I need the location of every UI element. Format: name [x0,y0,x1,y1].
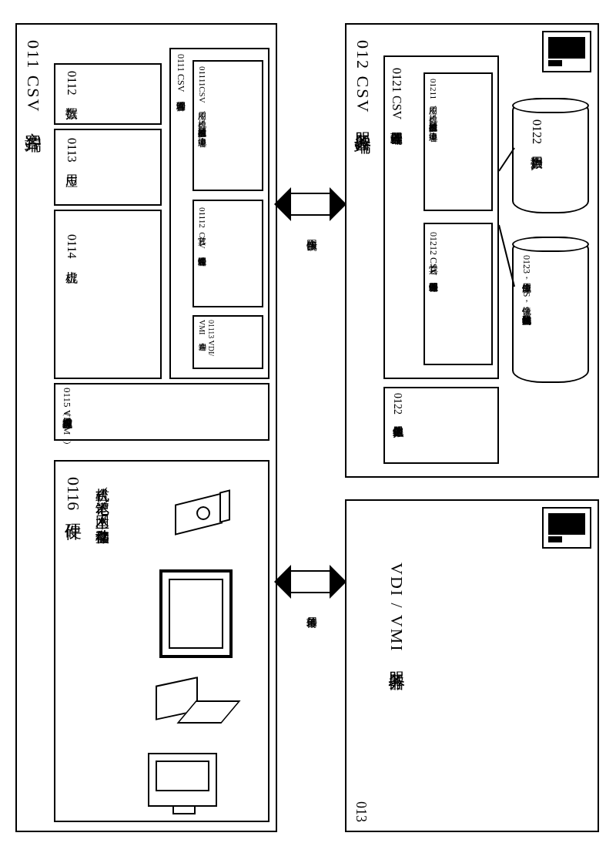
vdi-title: VDI / VMI 服务器 [385,562,408,663]
csv-client: 011 CSV 客户端 0112 数据 0113 应用 0114 虚机 0115… [15,23,277,832]
cylinder-connectors [497,133,516,333]
images-label: 0123 应用镜像，OS 镜像，和虚机监控器二进制代码 [521,255,532,308]
server-manager-other-label: 01212 其它CSV服务器端管理组件 [428,232,439,275]
mobile-drive-icon [175,485,240,542]
server-manager-sync-label: 01211应用／虚机／虚机监控器的同步／串流 管理 [428,79,438,127]
server-manager-sync: 01211应用／虚机／虚机监控器的同步／串流 管理 [424,72,493,211]
client-vm: 0114 虚机 [54,210,162,379]
laptop-icon [156,670,233,731]
client-manager-other-label: 01112 其它 CSV 客户端管理组件 [197,207,207,250]
hardware-title: 0116硬件 [62,477,85,510]
client-vm-label: 0114 虚机 [63,234,79,261]
client-vmm-label: 0115 客户端虚机监控器（VMM） [62,388,73,435]
server-manager: 0121 CSV 服务器端管理器 01211应用／虚机／虚机监控器的同步／串流 … [383,55,499,379]
server-virt: 0122 服务器虚拟化组件 [383,387,499,464]
client-manager: 0111 CSV 客户端管理器 01111CSV 应用／虚机／虚机监控器的同步／… [169,48,270,379]
server-virt-label: 0122 服务器虚拟化组件 [391,393,403,418]
vdi-computer-icon [542,507,591,549]
client-manager-title: 0111 CSV 客户端管理器 [174,54,187,94]
client-data-label: 0112 数据 [63,71,79,98]
client-manager-sync-label: 01111CSV 应用／虚机／虚机监控器的同步／串流 管理 [197,66,207,133]
client-data: 0112 数据 [54,63,162,125]
client-app: 0113 应用 [54,129,162,206]
userdata-label: 0122 用户数据 [529,119,544,147]
userdata-cylinder: 0122 用户数据 [512,98,589,213]
hardware-subtitle: 台式机／笔记本／上网本／移动存储盘 [94,477,111,519]
svg-line-1 [499,225,514,287]
csv-server: 012 CSV 服务器端 0121 CSV 服务器端管理器 01211应用／虚机… [345,23,599,478]
client-vdi-label: 01113 VDI/ VMI 客户端 [197,320,216,368]
image-sync-arrow [291,193,330,216]
svg-line-0 [499,148,514,171]
screen-transfer-arrow [291,570,330,593]
client-vmm: 0115 客户端虚机监控器（VMM） [54,383,270,441]
server-manager-title: 0121 CSV 服务器端管理器 [390,68,403,123]
desktop-icon [148,753,217,807]
tablet-icon [159,569,233,658]
server-manager-other: 01212 其它CSV服务器端管理组件 [424,223,493,365]
client-app-label: 0113 应用 [63,138,79,165]
client-vdi: 01113 VDI/ VMI 客户端 [192,315,263,369]
server-computer-icon [542,31,591,72]
vdi-id: 013 [353,801,369,822]
vdi-vmi-server: VDI / VMI 服务器 013 [345,499,599,832]
client-manager-other: 01112 其它 CSV 客户端管理组件 [192,200,263,307]
client-manager-sync: 01111CSV 应用／虚机／虚机监控器的同步／串流 管理 [192,60,263,191]
server-title: 012 CSV 服务器端 [351,40,374,125]
images-cylinder: 0123 应用镜像，OS 镜像，和虚机监控器二进制代码 [512,237,589,383]
client-title: 011 CSV 客户端 [22,40,45,123]
client-hardware: 0116硬件 台式机／笔记本／上网本／移动存储盘 [54,460,270,822]
